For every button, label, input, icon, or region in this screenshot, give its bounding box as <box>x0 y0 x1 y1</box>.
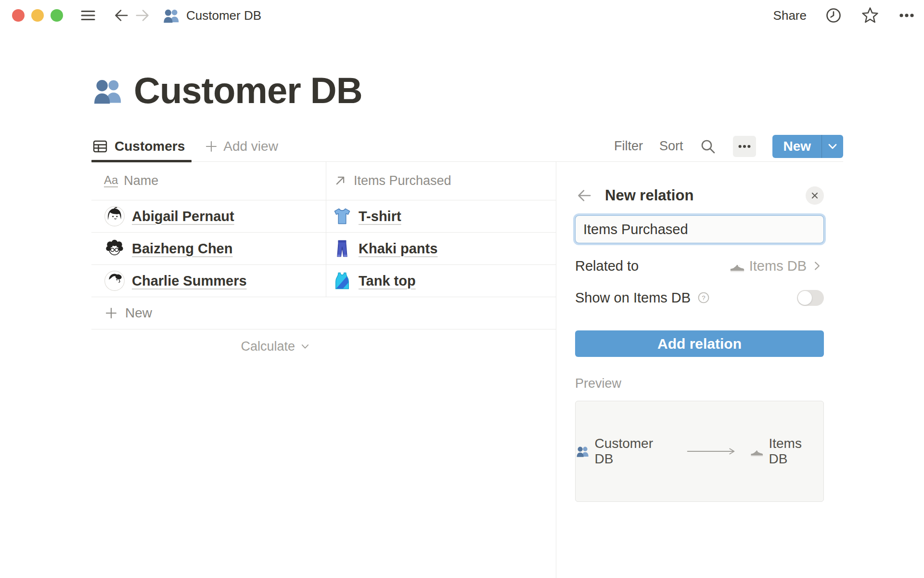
panel-divider <box>556 161 556 578</box>
ellipsis-icon <box>736 138 753 155</box>
customers-table: Aa Name Items Purchased Abigail Pernaut … <box>91 161 556 363</box>
show-on-row: Show on Items DB <box>575 289 824 307</box>
chevron-down-icon <box>299 340 311 353</box>
preview-source-label: Customer DB <box>595 436 675 467</box>
plus-icon <box>104 306 118 320</box>
name-cell[interactable]: Charlie Summers <box>91 265 326 297</box>
ellipsis-icon[interactable] <box>897 6 916 25</box>
preview-section-label: Preview <box>575 376 824 391</box>
plus-icon <box>204 139 218 154</box>
back-arrow-icon[interactable] <box>575 187 591 204</box>
add-relation-button[interactable]: Add relation <box>575 330 824 357</box>
close-panel-button[interactable] <box>806 186 824 205</box>
tanktop-icon <box>333 271 352 290</box>
related-to-select[interactable]: Items DB <box>729 258 824 274</box>
clock-icon[interactable] <box>824 6 843 25</box>
table-row: Baizheng Chen Khaki pants <box>91 233 556 265</box>
sneaker-icon <box>729 258 745 274</box>
star-icon[interactable] <box>860 6 880 25</box>
new-row-label: New <box>125 305 152 321</box>
show-on-label: Show on Items DB <box>575 290 691 306</box>
avatar <box>104 270 125 291</box>
window-titlebar: Customer DB Share <box>0 0 924 31</box>
chevron-right-icon <box>810 259 824 273</box>
preview-source: Customer DB <box>576 436 674 467</box>
zoom-window-button[interactable] <box>51 9 63 22</box>
sneaker-icon <box>750 444 764 459</box>
table-icon <box>91 138 109 155</box>
new-button-group: New <box>772 135 843 158</box>
column-header-name[interactable]: Aa Name <box>91 161 326 200</box>
avatar <box>104 238 125 259</box>
panel-title: New relation <box>605 187 693 204</box>
sort-button[interactable]: Sort <box>659 139 683 154</box>
add-view-button[interactable]: Add view <box>204 139 278 154</box>
column-header-items-label: Items Purchased <box>354 173 451 188</box>
view-options-button[interactable] <box>733 136 756 157</box>
item-link[interactable]: Khaki pants <box>359 241 437 257</box>
items-cell[interactable]: Khaki pants <box>326 233 556 264</box>
share-button[interactable]: Share <box>773 8 807 23</box>
close-icon <box>808 189 821 202</box>
show-on-toggle[interactable] <box>797 290 824 306</box>
column-divider[interactable] <box>326 161 326 297</box>
view-toolbar: Customers Add view Filter Sort New <box>91 131 843 162</box>
new-dropdown-button[interactable] <box>822 135 843 158</box>
customer-name-link[interactable]: Baizheng Chen <box>132 241 232 257</box>
text-aa-icon: Aa <box>104 174 118 187</box>
new-relation-panel: New relation Related to Items DB Show on… <box>575 186 824 502</box>
breadcrumb-title: Customer DB <box>186 8 261 23</box>
related-to-row: Related to Items DB <box>575 257 824 275</box>
tshirt-icon <box>333 207 352 226</box>
forward-button[interactable] <box>135 7 152 24</box>
minimize-window-button[interactable] <box>31 9 44 22</box>
toggle-knob <box>798 291 812 305</box>
table-header-row: Aa Name Items Purchased <box>91 161 556 200</box>
people-icon <box>576 444 590 459</box>
item-link[interactable]: Tank top <box>359 273 416 289</box>
column-header-items-purchased[interactable]: Items Purchased <box>326 161 556 200</box>
new-button[interactable]: New <box>772 135 821 158</box>
add-view-label: Add view <box>223 139 278 154</box>
items-cell[interactable]: Tank top <box>326 265 556 297</box>
name-cell[interactable]: Abigail Pernaut <box>91 200 326 232</box>
table-row: Abigail Pernaut T-shirt <box>91 200 556 233</box>
relation-direction-arrow-icon <box>686 447 738 456</box>
related-to-label: Related to <box>575 258 639 274</box>
related-to-value: Items DB <box>749 258 807 274</box>
new-row-button[interactable]: New <box>91 297 556 329</box>
sidebar-toggle-button[interactable] <box>79 7 97 24</box>
table-row: Charlie Summers Tank top <box>91 265 556 297</box>
traffic-lights <box>12 9 63 22</box>
relation-name-input[interactable] <box>575 215 824 243</box>
tab-customers[interactable]: Customers <box>91 131 192 161</box>
filter-button[interactable]: Filter <box>614 139 643 154</box>
calculate-button[interactable]: Calculate <box>241 339 311 354</box>
page-title-text[interactable]: Customer DB <box>134 66 362 115</box>
close-window-button[interactable] <box>12 9 25 22</box>
chevron-down-icon <box>825 139 840 154</box>
item-link[interactable]: T-shirt <box>359 209 401 224</box>
avatar <box>104 206 125 227</box>
column-header-name-label: Name <box>124 173 158 188</box>
question-icon[interactable] <box>696 290 711 305</box>
preview-target: Items DB <box>750 436 823 467</box>
customer-name-link[interactable]: Charlie Summers <box>132 273 247 289</box>
relation-preview-box: Customer DB Items DB <box>575 401 824 502</box>
people-icon <box>162 6 180 25</box>
page-title: Customer DB <box>91 66 362 115</box>
relation-arrow-icon <box>333 173 348 188</box>
people-icon[interactable] <box>91 74 124 107</box>
calculate-label: Calculate <box>241 339 295 354</box>
search-icon[interactable] <box>699 138 717 155</box>
customer-name-link[interactable]: Abigail Pernaut <box>132 209 234 224</box>
name-cell[interactable]: Baizheng Chen <box>91 233 326 264</box>
panel-header: New relation <box>575 186 824 205</box>
tab-customers-label: Customers <box>115 139 185 154</box>
preview-target-label: Items DB <box>769 436 823 467</box>
calculate-row: Calculate <box>91 329 326 363</box>
breadcrumb[interactable]: Customer DB <box>162 6 261 25</box>
jeans-icon <box>333 239 352 258</box>
back-button[interactable] <box>112 7 128 24</box>
items-cell[interactable]: T-shirt <box>326 200 556 232</box>
